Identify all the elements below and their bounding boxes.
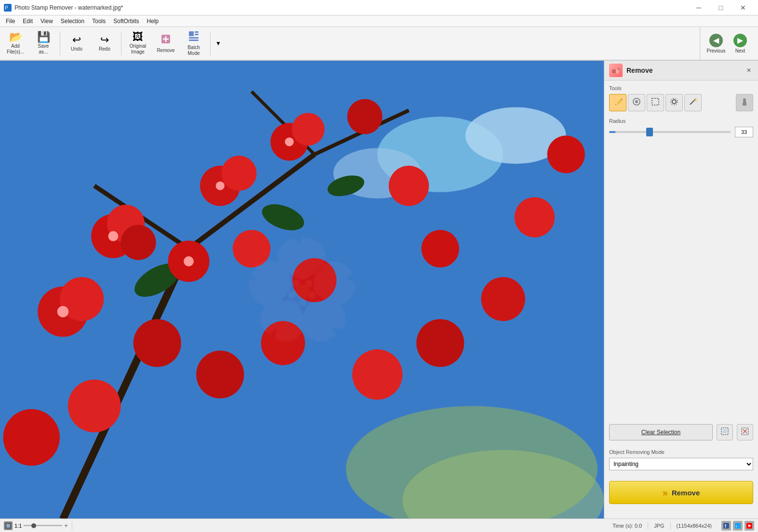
social-icon-3[interactable] [745, 521, 754, 531]
removing-mode-select[interactable]: Inpainting Content-Aware Fill Blur [609, 458, 753, 470]
svg-rect-8 [189, 37, 199, 39]
menu-file[interactable]: File [2, 16, 19, 26]
svg-point-33 [233, 230, 270, 267]
svg-rect-80 [723, 523, 729, 529]
window-controls: ─ □ ✕ [688, 0, 754, 15]
svg-point-41 [108, 231, 118, 241]
svg-point-61 [635, 100, 638, 103]
toolbox-eraser-icon [609, 64, 623, 77]
pencil-icon [613, 97, 623, 109]
radius-row [609, 127, 753, 137]
batch-mode-label: BatchMode [187, 45, 200, 56]
maximize-button[interactable]: □ [710, 0, 732, 15]
svg-text:P: P [5, 5, 8, 11]
stamp-tool-button[interactable] [736, 94, 753, 111]
status-sep-1 [648, 522, 648, 530]
svg-line-65 [690, 100, 695, 105]
social-icon-2[interactable]: t [733, 521, 743, 531]
menu-view[interactable]: View [37, 16, 57, 26]
next-button[interactable]: ▶ Next [728, 29, 752, 58]
zoom-label: 1:1 [14, 523, 22, 529]
svg-rect-70 [743, 103, 746, 106]
svg-point-44 [57, 306, 68, 317]
deselect-icon [741, 427, 749, 438]
original-image-icon: 🖼 [133, 32, 143, 42]
radius-value-input[interactable] [735, 127, 753, 137]
status-zoom-area: 1:1 + [4, 521, 72, 530]
svg-point-43 [285, 137, 293, 146]
batch-mode-button[interactable]: BatchMode [180, 29, 207, 58]
save-icon: 💾 [37, 32, 50, 42]
svg-point-49 [352, 349, 402, 399]
svg-point-39 [196, 351, 244, 399]
svg-marker-58 [615, 104, 617, 106]
svg-rect-7 [195, 34, 199, 35]
zoom-slider[interactable] [24, 525, 62, 526]
zoom-plus-icon: + [64, 522, 68, 529]
svg-line-69 [696, 101, 696, 102]
title-bar: P Photo Stamp Remover - watermarked.jpg*… [0, 0, 758, 15]
add-file-button[interactable]: 📂 AddFile(s)... [2, 29, 29, 58]
svg-rect-6 [195, 31, 199, 33]
menu-selection[interactable]: Selection [57, 16, 88, 26]
next-circle: ▶ [733, 34, 747, 47]
more-options-button[interactable]: ▼ [213, 29, 223, 58]
undo-button[interactable]: ↩ Undo [63, 29, 90, 58]
tools-label: Tools [609, 85, 753, 91]
toolbox-spacer [604, 141, 758, 391]
select-all-button[interactable] [717, 424, 733, 440]
svg-rect-56 [618, 68, 620, 70]
remove-arrow-icon: » [663, 487, 668, 498]
radius-section: Radius [604, 114, 758, 141]
toolbar-sep-1 [60, 31, 60, 55]
redo-button[interactable]: ↪ Redo [91, 29, 118, 58]
toolbar: 📂 AddFile(s)... 💾 Saveas... ↩ Undo ↪ Red… [0, 27, 758, 61]
redo-icon: ↪ [100, 35, 109, 45]
menu-edit[interactable]: Edit [19, 16, 37, 26]
stamp-icon [740, 97, 749, 109]
photo-svg [0, 61, 604, 519]
select-rect-tool-button[interactable] [647, 94, 664, 111]
svg-rect-55 [616, 69, 619, 73]
clear-selection-button[interactable]: Clear Selection [609, 424, 713, 440]
deselect-button[interactable] [737, 424, 753, 440]
window-title: Photo Stamp Remover - watermarked.jpg* [14, 4, 688, 11]
menu-bar: File Edit View Selection Tools SoftOrbit… [0, 15, 758, 27]
menu-softorbits[interactable]: SoftOrbits [109, 16, 143, 26]
save-as-button[interactable]: 💾 Saveas... [30, 29, 57, 58]
eraser-tool-button[interactable] [628, 94, 645, 111]
remove-toolbar-label: Remove [157, 48, 174, 53]
original-image-button[interactable]: 🖼 OriginalImage [124, 29, 151, 58]
minimize-button[interactable]: ─ [688, 0, 710, 15]
wand-tool-button[interactable] [684, 94, 702, 111]
close-button[interactable]: ✕ [732, 0, 754, 15]
toolbar-sep-2 [121, 31, 121, 55]
remove-button[interactable]: » Remove [609, 481, 753, 504]
remove-toolbar-button[interactable]: Remove [152, 29, 179, 58]
svg-point-72 [743, 98, 746, 101]
pencil-tool-button[interactable] [609, 94, 626, 111]
svg-point-35 [293, 258, 336, 302]
social-icon-1[interactable]: f [721, 521, 731, 531]
undo-label: Undo [71, 46, 82, 52]
settings-tool-button[interactable] [665, 94, 683, 111]
status-icons-area: f t [721, 521, 754, 531]
previous-button[interactable]: ◀ Previous [704, 29, 728, 58]
radius-slider[interactable] [609, 131, 731, 133]
clear-selection-section: Clear Selection [604, 420, 758, 444]
menu-help[interactable]: Help [143, 16, 163, 26]
svg-point-40 [261, 321, 305, 365]
time-label: Time (s): 0.0 [612, 523, 642, 529]
menu-tools[interactable]: Tools [88, 16, 109, 26]
toolbox-panel: Remove ✕ Tools [604, 61, 758, 519]
format-label: JPG [654, 523, 664, 529]
gear-icon [669, 97, 679, 109]
canvas-area[interactable] [0, 61, 604, 519]
select-all-icon [720, 427, 729, 438]
toolbox-close-button[interactable]: ✕ [745, 66, 753, 75]
eraser-circle-icon [632, 97, 641, 109]
svg-point-36 [389, 166, 429, 206]
original-image-label: OriginalImage [130, 43, 146, 55]
svg-rect-74 [723, 429, 727, 433]
svg-rect-62 [652, 98, 659, 105]
